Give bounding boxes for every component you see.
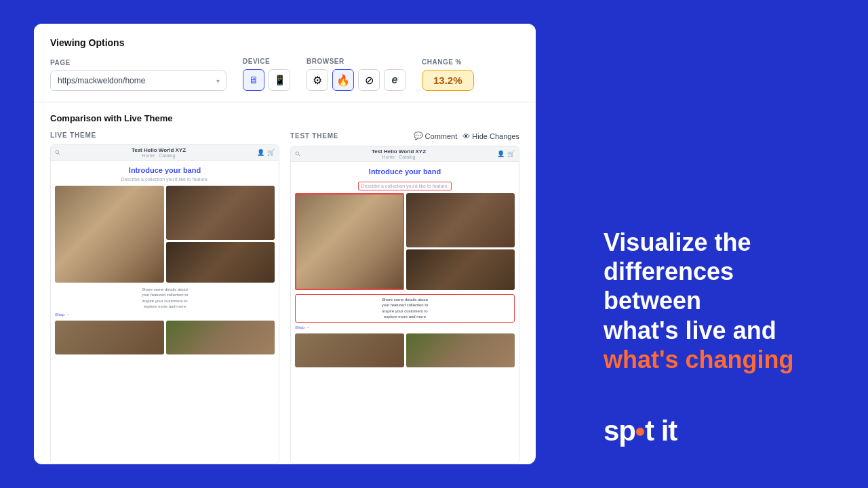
tagline-line3: what's live and	[604, 317, 776, 344]
test-theme-header: TEST THEME 💬 Comment 👁 Hide Changes	[290, 131, 519, 140]
firefox-btn[interactable]: 🔥	[332, 69, 354, 91]
mobile-icon: 📱	[274, 75, 285, 85]
test-img-guitar	[406, 249, 515, 290]
change-label: CHANGE %	[422, 58, 474, 66]
live-bottom-images	[55, 321, 275, 354]
test-theme-panel: TEST THEME 💬 Comment 👁 Hide Changes	[290, 131, 519, 464]
comparison-section: Comparison with Live Theme LIVE THEME	[34, 102, 536, 464]
tagline-line4: what's changing	[604, 346, 794, 373]
test-theme-actions: 💬 Comment 👁 Hide Changes	[414, 131, 519, 140]
live-mini-browser: Test Hello World XYZ Home Catalog 👤 🛒	[51, 145, 279, 464]
firefox-icon: 🔥	[336, 74, 350, 87]
test-nav-catalog: Catalog	[399, 155, 415, 159]
safari-icon: ⚙	[313, 74, 322, 87]
live-shop-link[interactable]: Shop →	[55, 312, 275, 317]
browser-label: BROWSER	[307, 58, 406, 65]
hide-changes-button[interactable]: 👁 Hide Changes	[462, 132, 519, 140]
brand-dot-icon	[636, 428, 644, 436]
tagline-line2: differences between	[604, 258, 734, 314]
eye-icon: 👁	[462, 132, 470, 140]
comment-button[interactable]: 💬 Comment	[414, 131, 458, 140]
svg-point-2	[296, 152, 299, 155]
live-image-grid	[55, 186, 275, 283]
brand-text-spot: spt it	[604, 415, 677, 447]
device-option-group: DEVICE 🖥 📱	[243, 58, 290, 91]
test-headline: Introduce your band	[295, 167, 515, 176]
change-option-group: CHANGE % 13.2%	[422, 58, 474, 91]
test-mini-content: Introduce your band Describe a collectio…	[291, 162, 519, 464]
mobile-device-btn[interactable]: 📱	[269, 69, 290, 91]
test-nav-links: Home Catalog	[382, 155, 416, 159]
comparison-title: Comparison with Live Theme	[50, 113, 519, 123]
left-panel: Viewing Options PAGE https/mackweldon/ho…	[0, 0, 570, 488]
live-search-icon	[55, 150, 60, 155]
live-theme-preview: Test Hello World XYZ Home Catalog 👤 🛒	[50, 144, 279, 464]
options-row: PAGE https/mackweldon/home ▾ DEVICE 🖥	[50, 58, 519, 91]
comment-label: Comment	[425, 132, 458, 140]
hide-changes-label: Hide Changes	[472, 132, 519, 140]
tagline: Visualize the differences between what's…	[604, 228, 834, 374]
live-bottom-img-2	[166, 321, 275, 354]
live-cart-icon: 🛒	[267, 149, 275, 156]
live-theme-label: LIVE THEME	[50, 131, 96, 139]
live-user-icon: 👤	[257, 149, 264, 156]
test-mini-nav: Test Hello World XYZ Home Catalog 👤 🛒	[291, 146, 519, 162]
test-site-title: Test Hello World XYZ	[372, 148, 426, 155]
chrome-btn[interactable]: ⊘	[358, 69, 380, 91]
svg-line-3	[298, 155, 300, 156]
device-buttons: 🖥 📱	[243, 69, 290, 91]
edge-btn[interactable]: e	[384, 69, 406, 91]
live-nav-home: Home	[142, 153, 155, 158]
test-bottom-img-2	[406, 333, 515, 367]
test-nav-icons: 👤 🛒	[497, 150, 515, 157]
live-img-guitar	[166, 242, 275, 283]
test-text-block: Share some details aboutyour featured co…	[295, 294, 515, 323]
test-bottom-images	[295, 333, 515, 367]
live-theme-panel: LIVE THEME Test Hello World XYZ	[50, 131, 279, 464]
themes-row: LIVE THEME Test Hello World XYZ	[50, 131, 519, 464]
test-image-grid	[295, 193, 515, 290]
live-subtext: Describe a collection you'd like to feat…	[55, 177, 275, 182]
right-panel: Visualize the differences between what's…	[570, 0, 868, 488]
viewing-options-section: Viewing Options PAGE https/mackweldon/ho…	[34, 24, 536, 102]
test-theme-label: TEST THEME	[290, 132, 338, 140]
test-img-drums	[406, 193, 515, 247]
page-select[interactable]: https/mackweldon/home	[50, 70, 226, 91]
svg-point-0	[56, 150, 59, 154]
test-shop-link[interactable]: Shop →	[295, 325, 515, 329]
live-mini-nav: Test Hello World XYZ Home Catalog 👤 🛒	[51, 145, 279, 161]
device-label: DEVICE	[243, 58, 290, 65]
comment-icon: 💬	[414, 131, 423, 140]
test-nav-home: Home	[382, 155, 395, 159]
edge-icon: e	[392, 74, 398, 86]
test-mini-browser: Test Hello World XYZ Home Catalog 👤 🛒	[291, 146, 519, 464]
test-search-icon	[295, 151, 300, 157]
live-headline: Introduce your band	[55, 166, 275, 174]
change-badge: 13.2%	[422, 70, 474, 91]
tagline-line1: Visualize the	[604, 228, 751, 256]
desktop-icon: 🖥	[249, 75, 258, 85]
live-img-musician	[55, 186, 164, 283]
live-nav-links: Home Catalog	[142, 153, 176, 158]
browser-option-group: BROWSER ⚙ 🔥 ⊘ e	[307, 58, 406, 91]
test-bottom-img-1	[295, 333, 404, 367]
browser-buttons: ⚙ 🔥 ⊘ e	[307, 69, 406, 91]
svg-line-1	[58, 153, 60, 155]
desktop-device-btn[interactable]: 🖥	[243, 69, 264, 91]
page-label: PAGE	[50, 59, 226, 66]
page-select-wrap[interactable]: https/mackweldon/home ▾	[50, 70, 226, 91]
live-nav-icons: 👤 🛒	[257, 149, 275, 156]
chrome-icon: ⊘	[365, 74, 374, 87]
safari-btn[interactable]: ⚙	[307, 69, 328, 91]
test-subtext-highlighted: Describe a collection you'd like to feat…	[358, 182, 452, 190]
test-subtext-wrap: Describe a collection you'd like to feat…	[295, 178, 515, 193]
live-nav-catalog: Catalog	[159, 153, 175, 158]
live-theme-header: LIVE THEME	[50, 131, 279, 139]
live-mini-content: Introduce your band Describe a collectio…	[51, 161, 279, 464]
live-text-block: Share some details aboutyour featured co…	[55, 287, 275, 310]
viewing-options-title: Viewing Options	[50, 37, 519, 48]
page-option-group: PAGE https/mackweldon/home ▾	[50, 59, 226, 91]
test-img-musician	[295, 193, 404, 290]
test-cart-icon: 🛒	[507, 150, 515, 157]
live-img-drums	[166, 186, 275, 240]
